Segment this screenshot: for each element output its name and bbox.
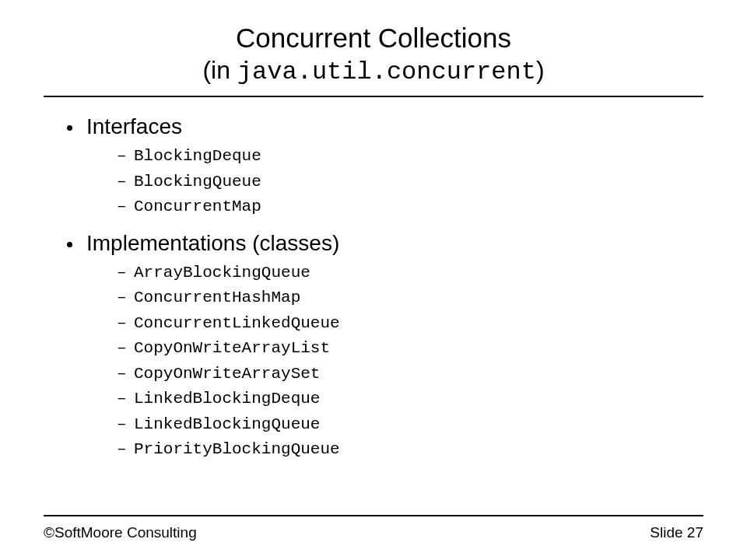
bullet-icon	[67, 125, 72, 131]
title-code: java.util.concurrent	[237, 58, 536, 86]
item-text: PriorityBlockingQueue	[134, 437, 340, 463]
slide: Concurrent Collections (in java.util.con…	[0, 0, 747, 560]
title-line-1: Concurrent Collections	[44, 22, 703, 54]
item-text: CopyOnWriteArrayList	[134, 336, 330, 362]
item-text: LinkedBlockingQueue	[134, 412, 320, 438]
title-suffix: )	[536, 56, 545, 84]
slide-footer: ©SoftMoore Consulting Slide 27	[44, 515, 703, 541]
sub-list: –ArrayBlockingQueue –ConcurrentHashMap –…	[45, 261, 703, 463]
bullet-list: Interfaces –BlockingDeque –BlockingQueue…	[45, 114, 703, 463]
item-text: ConcurrentHashMap	[134, 285, 300, 311]
slide-content: Interfaces –BlockingDeque –BlockingQueue…	[44, 114, 703, 515]
list-item: –BlockingQueue	[45, 170, 703, 195]
dash-icon: –	[117, 170, 134, 195]
dash-icon: –	[117, 437, 134, 463]
dash-icon: –	[117, 285, 134, 311]
dash-icon: –	[117, 194, 134, 220]
title-line-2: (in java.util.concurrent)	[44, 54, 703, 88]
dash-icon: –	[117, 387, 134, 412]
section-heading: Implementations (classes)	[86, 231, 339, 256]
item-text: ConcurrentMap	[134, 194, 261, 220]
dash-icon: –	[117, 144, 134, 170]
item-text: BlockingQueue	[134, 170, 261, 195]
item-text: ConcurrentLinkedQueue	[134, 311, 340, 337]
list-item: –BlockingDeque	[45, 144, 703, 170]
sub-list: –BlockingDeque –BlockingQueue –Concurren…	[45, 144, 703, 220]
item-text: LinkedBlockingDeque	[134, 387, 320, 412]
item-text: ArrayBlockingQueue	[134, 261, 310, 286]
footer-slide-number: Slide 27	[650, 524, 703, 541]
list-item: –CopyOnWriteArraySet	[45, 362, 703, 387]
dash-icon: –	[117, 336, 134, 362]
list-item: –ConcurrentLinkedQueue	[45, 311, 703, 337]
footer-copyright: ©SoftMoore Consulting	[44, 524, 197, 541]
list-item: –LinkedBlockingDeque	[45, 387, 703, 412]
dash-icon: –	[117, 362, 134, 387]
section-heading: Interfaces	[86, 114, 182, 139]
section-implementations: Implementations (classes) –ArrayBlocking…	[45, 231, 703, 463]
dash-icon: –	[117, 311, 134, 337]
bullet-icon	[67, 242, 72, 247]
list-item: –PriorityBlockingQueue	[45, 437, 703, 463]
list-item: –ArrayBlockingQueue	[45, 261, 703, 286]
slide-title: Concurrent Collections (in java.util.con…	[44, 22, 703, 97]
list-item: –ConcurrentMap	[45, 194, 703, 220]
item-text: CopyOnWriteArraySet	[134, 362, 320, 387]
list-item: –CopyOnWriteArrayList	[45, 336, 703, 362]
section-interfaces: Interfaces –BlockingDeque –BlockingQueue…	[45, 114, 703, 220]
title-prefix: (in	[202, 56, 237, 84]
dash-icon: –	[117, 412, 134, 438]
list-item: –LinkedBlockingQueue	[45, 412, 703, 438]
item-text: BlockingDeque	[134, 144, 261, 170]
list-item: –ConcurrentHashMap	[45, 285, 703, 311]
dash-icon: –	[117, 261, 134, 286]
